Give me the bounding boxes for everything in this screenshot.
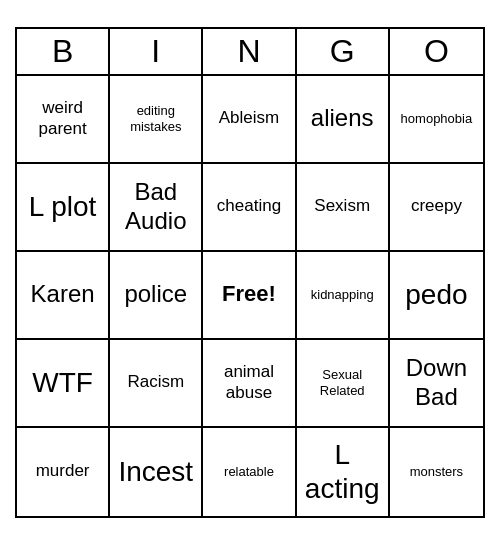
- bingo-cell-9: creepy: [390, 164, 483, 252]
- cell-text-19: Down Bad: [394, 354, 479, 412]
- bingo-cell-20: murder: [17, 428, 110, 516]
- cell-text-22: relatable: [224, 464, 274, 480]
- cell-text-18: Sexual Related: [301, 367, 384, 398]
- cell-text-3: aliens: [311, 104, 374, 133]
- bingo-header: BINGO: [17, 29, 483, 76]
- bingo-cell-14: pedo: [390, 252, 483, 340]
- bingo-cell-17: animal abuse: [203, 340, 296, 428]
- bingo-cell-3: aliens: [297, 76, 390, 164]
- cell-text-21: Incest: [118, 455, 193, 489]
- cell-text-23: L acting: [301, 438, 384, 505]
- cell-text-6: Bad Audio: [114, 178, 197, 236]
- bingo-cell-2: Ableism: [203, 76, 296, 164]
- cell-text-9: creepy: [411, 196, 462, 216]
- cell-text-4: homophobia: [401, 111, 473, 127]
- cell-text-13: kidnapping: [311, 287, 374, 303]
- cell-text-15: WTF: [32, 366, 93, 400]
- bingo-cell-1: editing mistakes: [110, 76, 203, 164]
- cell-text-8: Sexism: [314, 196, 370, 216]
- bingo-cell-23: L acting: [297, 428, 390, 516]
- bingo-cell-10: Karen: [17, 252, 110, 340]
- cell-text-20: murder: [36, 461, 90, 481]
- bingo-cell-15: WTF: [17, 340, 110, 428]
- bingo-grid: weird parentediting mistakesAbleismalien…: [17, 76, 483, 516]
- cell-text-24: monsters: [410, 464, 463, 480]
- bingo-cell-18: Sexual Related: [297, 340, 390, 428]
- cell-text-11: police: [124, 280, 187, 309]
- bingo-card: BINGO weird parentediting mistakesAbleis…: [15, 27, 485, 518]
- header-letter-b: B: [17, 29, 110, 74]
- cell-text-2: Ableism: [219, 108, 279, 128]
- header-letter-i: I: [110, 29, 203, 74]
- bingo-cell-6: Bad Audio: [110, 164, 203, 252]
- bingo-cell-13: kidnapping: [297, 252, 390, 340]
- bingo-cell-8: Sexism: [297, 164, 390, 252]
- header-letter-o: O: [390, 29, 483, 74]
- cell-text-5: L plot: [29, 190, 96, 224]
- bingo-cell-5: L plot: [17, 164, 110, 252]
- cell-text-12: Free!: [222, 281, 276, 307]
- bingo-cell-0: weird parent: [17, 76, 110, 164]
- bingo-cell-19: Down Bad: [390, 340, 483, 428]
- bingo-cell-21: Incest: [110, 428, 203, 516]
- cell-text-0: weird parent: [21, 98, 104, 139]
- cell-text-16: Racism: [127, 372, 184, 392]
- cell-text-7: cheating: [217, 196, 281, 216]
- bingo-cell-11: police: [110, 252, 203, 340]
- header-letter-n: N: [203, 29, 296, 74]
- cell-text-10: Karen: [31, 280, 95, 309]
- cell-text-1: editing mistakes: [114, 103, 197, 134]
- cell-text-14: pedo: [405, 278, 467, 312]
- cell-text-17: animal abuse: [207, 362, 290, 403]
- bingo-cell-4: homophobia: [390, 76, 483, 164]
- bingo-cell-16: Racism: [110, 340, 203, 428]
- bingo-cell-24: monsters: [390, 428, 483, 516]
- bingo-cell-22: relatable: [203, 428, 296, 516]
- bingo-cell-12: Free!: [203, 252, 296, 340]
- bingo-cell-7: cheating: [203, 164, 296, 252]
- header-letter-g: G: [297, 29, 390, 74]
